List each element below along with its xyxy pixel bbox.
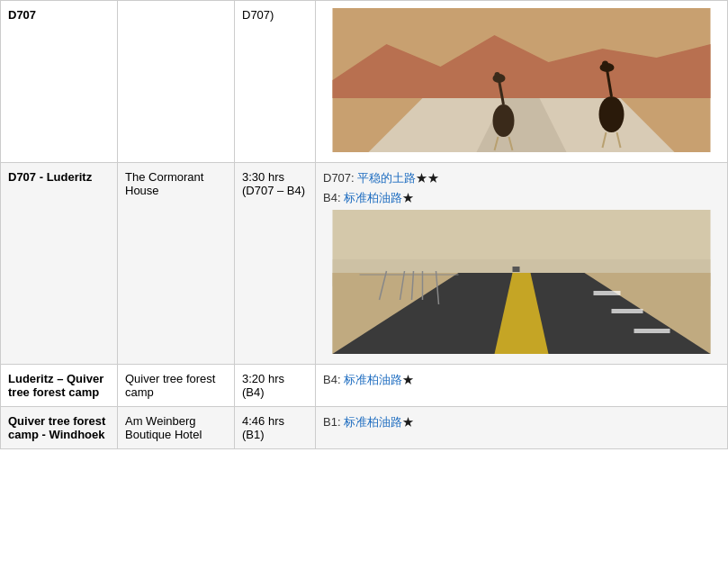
hotel-name: Am Weinberg Boutique Hotel bbox=[125, 414, 202, 441]
time-cell: D707) bbox=[235, 1, 316, 163]
from-label: D707 bbox=[8, 8, 36, 22]
ostriches-image bbox=[323, 8, 720, 152]
table-row: Luderitz – Quiver tree forest camp Quive… bbox=[1, 365, 728, 407]
road-prefix: B1: bbox=[323, 415, 344, 429]
road-prefix: B4: bbox=[323, 373, 344, 386]
from-cell: D707 bbox=[1, 1, 118, 163]
time-sub: D707) bbox=[242, 8, 274, 22]
time-cell: 4:46 hrs (B1) bbox=[235, 407, 316, 449]
table-row: D707 - Luderitz The Cormorant House 3:30… bbox=[1, 163, 728, 365]
road-chinese: 标准柏油路 bbox=[344, 373, 402, 386]
drive-time: 4:46 hrs bbox=[242, 414, 284, 428]
from-cell: D707 - Luderitz bbox=[1, 163, 118, 365]
road-cell: D707: 平稳的土路★★ B4: 标准柏油路★ bbox=[316, 163, 728, 365]
road-cell bbox=[316, 1, 728, 163]
road-chinese-2: 标准柏油路 bbox=[344, 191, 402, 204]
table-row: Quiver tree forest camp - Windhoek Am We… bbox=[1, 407, 728, 449]
svg-rect-29 bbox=[513, 267, 520, 272]
from-label: D707 - Luderitz bbox=[8, 170, 92, 184]
table-row: D707 D707) bbox=[1, 1, 728, 163]
road-info-2: B4: 标准柏油路★ bbox=[323, 190, 720, 206]
from-label: Luderitz – Quiver tree forest camp bbox=[8, 372, 103, 399]
hotel-cell bbox=[118, 1, 235, 163]
time-cell: 3:30 hrs (D707 – B4) bbox=[235, 163, 316, 365]
from-cell: Quiver tree forest camp - Windhoek bbox=[1, 407, 118, 449]
hotel-cell: Quiver tree forest camp bbox=[118, 365, 235, 407]
from-cell: Luderitz – Quiver tree forest camp bbox=[1, 365, 118, 407]
hotel-name: Quiver tree forest camp bbox=[125, 372, 215, 399]
time-sub: (D707 – B4) bbox=[242, 184, 305, 197]
road-info-1: D707: 平稳的土路★★ bbox=[323, 170, 720, 186]
svg-point-4 bbox=[493, 104, 515, 137]
road-prefix-2: B4: bbox=[323, 191, 344, 204]
hotel-cell: The Cormorant House bbox=[118, 163, 235, 365]
svg-point-10 bbox=[599, 96, 625, 132]
road-chinese: 标准柏油路 bbox=[344, 415, 402, 429]
road-stars: ★★ bbox=[416, 171, 439, 185]
road-stars: ★ bbox=[402, 415, 414, 429]
svg-rect-22 bbox=[612, 309, 643, 313]
svg-rect-21 bbox=[594, 291, 621, 295]
time-sub: (B4) bbox=[242, 385, 265, 399]
svg-point-13 bbox=[602, 61, 608, 68]
road-cell: B4: 标准柏油路★ bbox=[316, 365, 728, 407]
road-chinese: 平稳的土路 bbox=[357, 171, 416, 185]
highway-image bbox=[323, 210, 720, 354]
drive-time: 3:20 hrs bbox=[242, 372, 284, 385]
hotel-cell: Am Weinberg Boutique Hotel bbox=[118, 407, 235, 449]
road-stars-2: ★ bbox=[402, 191, 414, 204]
drive-time: 3:30 hrs bbox=[242, 170, 284, 184]
time-sub: (B1) bbox=[242, 428, 265, 441]
svg-rect-23 bbox=[634, 329, 670, 333]
hotel-name: The Cormorant House bbox=[125, 170, 203, 197]
road-info-1: B4: 标准柏油路★ bbox=[323, 372, 720, 388]
road-stars: ★ bbox=[402, 373, 414, 386]
road-prefix: D707: bbox=[323, 171, 357, 185]
road-info-1: B1: 标准柏油路★ bbox=[323, 414, 720, 430]
time-cell: 3:20 hrs (B4) bbox=[235, 365, 316, 407]
from-label: Quiver tree forest camp - Windhoek bbox=[8, 414, 105, 441]
svg-point-7 bbox=[495, 72, 500, 77]
road-cell: B1: 标准柏油路★ bbox=[316, 407, 728, 449]
